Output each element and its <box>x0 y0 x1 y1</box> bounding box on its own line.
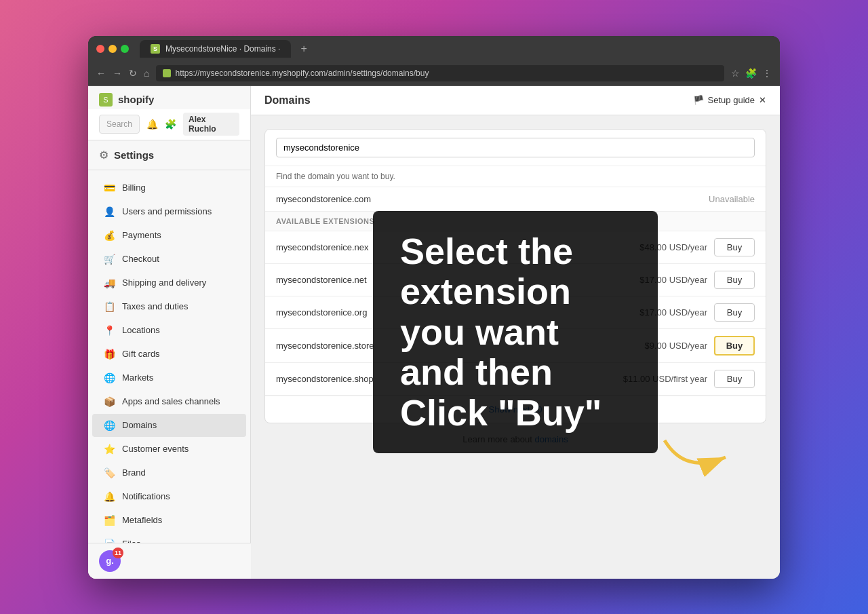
domain-card: Find the domain you want to buy. mysecon… <box>264 129 766 423</box>
metafields-icon: 🗂️ <box>103 514 115 526</box>
search-placeholder: Search <box>106 119 132 129</box>
domain-price-net: $17.00 USD/year <box>612 275 707 285</box>
maximize-button[interactable] <box>121 45 129 53</box>
brand-label: Brand <box>122 467 146 478</box>
users-icon: 👤 <box>103 206 115 218</box>
buy-button-nex[interactable]: Buy <box>714 238 755 256</box>
notifications-label: Notifications <box>122 491 170 501</box>
tab-title: MysecondstoreNice · Domains · <box>165 44 280 54</box>
domain-name-net: mysecondstorenice.net <box>276 275 606 285</box>
sidebar-item-markets[interactable]: 🌐 Markets <box>92 366 246 389</box>
billing-label: Billing <box>122 183 146 193</box>
url-text: https://mysecondstorenice.myshopify.com/… <box>175 69 429 78</box>
apps-label: Apps and sales channels <box>122 396 220 406</box>
domain-price-nex: $48.00 USD/year <box>612 242 707 252</box>
sidebar-item-locations[interactable]: 📍 Locations <box>92 319 246 342</box>
sidebar-item-taxes[interactable]: 📋 Taxes and duties <box>92 295 246 318</box>
close-button[interactable] <box>96 45 104 53</box>
buy-button-shop[interactable]: Buy <box>714 370 755 388</box>
store-name-button[interactable]: Alex Ruchlo <box>183 113 239 136</box>
setup-guide-label: Setup guide <box>708 95 755 105</box>
browser-titlebar: S MysecondstoreNice · Domains · + <box>88 36 780 62</box>
customer-icon: ⭐ <box>103 443 115 455</box>
shopify-bag-icon: S <box>99 93 113 107</box>
sidebar-item-domains[interactable]: 🌐 Domains <box>92 414 246 437</box>
show-more-button[interactable]: Show next 10 <box>265 396 766 423</box>
reload-button[interactable]: ↻ <box>129 68 137 79</box>
gear-icon: ⚙ <box>99 149 108 161</box>
close-setup-icon[interactable]: ✕ <box>759 95 766 105</box>
domain-row-net: mysecondstorenice.net $17.00 USD/year Bu… <box>265 264 766 296</box>
new-tab-button[interactable]: + <box>300 43 307 55</box>
domain-search-row <box>265 130 766 166</box>
main-content: Domains 🏴 Setup guide ✕ Find the domain … <box>251 86 780 579</box>
browser-content: S shopify Search 🔔 🧩 Alex Ruchlo ⚙ Setti… <box>88 86 780 579</box>
locations-icon: 📍 <box>103 324 115 337</box>
sidebar-item-metafields[interactable]: 🗂️ Metafields <box>92 509 246 532</box>
sidebar-item-billing[interactable]: 💳 Billing <box>92 176 246 199</box>
notification-icon[interactable]: 🔔 <box>146 119 158 130</box>
traffic-lights <box>96 45 129 53</box>
domain-search-input[interactable] <box>276 138 755 157</box>
menu-icon[interactable]: ⋮ <box>762 68 772 79</box>
shopify-topbar: Search 🔔 🧩 Alex Ruchlo <box>88 109 250 140</box>
sidebar-item-checkout[interactable]: 🛒 Checkout <box>92 248 246 271</box>
giftcards-icon: 🎁 <box>103 348 115 360</box>
content-body: Find the domain you want to buy. mysecon… <box>251 115 780 469</box>
user-avatar-area[interactable]: g. 11 <box>88 543 251 579</box>
bookmark-icon[interactable]: ☆ <box>731 68 740 79</box>
puzzle-icon[interactable]: 🧩 <box>165 119 176 130</box>
checkout-label: Checkout <box>122 254 159 264</box>
footer-text: Learn more about <box>462 434 532 444</box>
metafields-label: Metafields <box>122 515 162 525</box>
browser-window: S MysecondstoreNice · Domains · + ← → ↻ … <box>88 36 780 579</box>
shipping-icon: 🚚 <box>103 277 115 289</box>
search-bar[interactable]: Search <box>99 115 140 134</box>
shipping-label: Shipping and delivery <box>122 277 206 288</box>
content-footer: Learn more about domains <box>264 423 766 455</box>
domain-row-com: mysecondstorenice.com Unavailable <box>265 187 766 212</box>
tab-favicon: S <box>151 44 160 54</box>
users-label: Users and permissions <box>122 206 212 216</box>
sidebar-item-brand[interactable]: 🏷️ Brand <box>92 461 246 484</box>
sidebar-nav: 💳 Billing 👤 Users and permissions 💰 Paym… <box>88 170 250 579</box>
giftcards-label: Gift cards <box>122 349 160 359</box>
setup-guide-button[interactable]: 🏴 Setup guide ✕ <box>693 95 766 105</box>
domain-name-com: mysecondstorenice.com <box>276 194 694 204</box>
setup-guide-flag-icon: 🏴 <box>693 95 704 105</box>
payments-icon: 💰 <box>103 229 115 242</box>
back-button[interactable]: ← <box>96 68 106 79</box>
extension-icon[interactable]: 🧩 <box>745 68 757 79</box>
domain-price-org: $17.00 USD/year <box>612 307 707 318</box>
domain-price-store: $9.00 USD/year <box>612 341 707 351</box>
browser-tab[interactable]: S MysecondstoreNice · Domains · <box>140 40 291 58</box>
sidebar-item-shipping[interactable]: 🚚 Shipping and delivery <box>92 271 246 294</box>
header-icons: 🔔 🧩 Alex Ruchlo <box>146 113 239 136</box>
browser-addressbar: ← → ↻ ⌂ https://mysecondstorenice.myshop… <box>88 62 780 86</box>
unavailable-label: Unavailable <box>701 194 755 204</box>
sidebar-header: ⚙ Settings <box>88 140 250 170</box>
avatar: g. 11 <box>99 550 121 572</box>
forward-button[interactable]: → <box>113 68 122 79</box>
buy-button-store[interactable]: Buy <box>714 336 755 356</box>
url-favicon <box>163 69 171 77</box>
footer-link[interactable]: domains <box>535 434 568 444</box>
brand-icon: 🏷️ <box>103 467 115 479</box>
avatar-initials: g. <box>106 556 114 566</box>
minimize-button[interactable] <box>108 45 117 53</box>
sidebar-item-customer[interactable]: ⭐ Customer events <box>92 438 246 461</box>
url-bar[interactable]: https://mysecondstorenice.myshopify.com/… <box>156 65 724 81</box>
settings-title: Settings <box>114 149 154 161</box>
buy-button-org[interactable]: Buy <box>714 303 755 322</box>
sidebar-item-giftcards[interactable]: 🎁 Gift cards <box>92 343 246 366</box>
sidebar-item-users[interactable]: 👤 Users and permissions <box>92 200 246 223</box>
apps-icon: 📦 <box>103 396 115 408</box>
checkout-icon: 🛒 <box>103 253 115 265</box>
sidebar-item-notifications[interactable]: 🔔 Notifications <box>92 485 246 508</box>
domain-price-shop: $11.00 USD/first year <box>612 374 707 384</box>
home-button[interactable]: ⌂ <box>144 68 149 79</box>
sidebar-item-apps[interactable]: 📦 Apps and sales channels <box>92 390 246 413</box>
domain-row-store: mysecondstorenice.store $9.00 USD/year B… <box>265 329 766 363</box>
sidebar-item-payments[interactable]: 💰 Payments <box>92 224 246 247</box>
buy-button-net[interactable]: Buy <box>714 271 755 289</box>
